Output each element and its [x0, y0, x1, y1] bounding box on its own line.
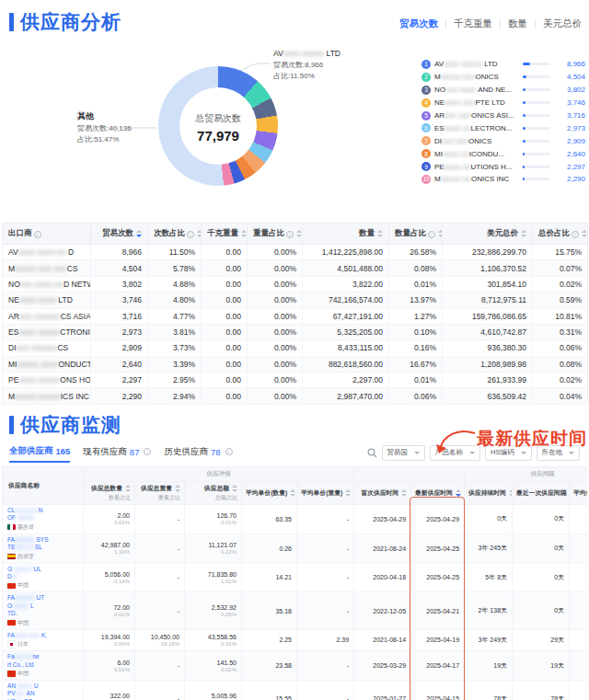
- metric-tab[interactable]: 美元总价: [543, 17, 582, 30]
- exporter-name-link[interactable]: PEeeee eeeeeONS HOS...: [3, 373, 91, 388]
- percent-sub-value: 0.05%: [190, 612, 237, 617]
- cell: 11.50%: [148, 245, 202, 260]
- exporter-row: DIeee eeeeeeCS2,9093.73%0.000.00%8,433,1…: [3, 340, 588, 356]
- column-header[interactable]: 最新供应时间: [411, 481, 465, 504]
- legend-item[interactable]: 4 NEeeee eeePTE LTD 3,746: [422, 97, 585, 109]
- first-supply-cell: 2025-01-27: [354, 681, 411, 700]
- exporter-row: MIeeeee eeeeONDUCT...2,6403.39%0.000.00%…: [3, 356, 588, 372]
- legend-item[interactable]: 7 DIeee eeeONICS 2,909: [422, 134, 585, 147]
- redacted-text: eeee eee: [15, 632, 40, 638]
- column-header[interactable]: 供应总数量数量占比: [84, 481, 135, 504]
- metric-tab[interactable]: 数量: [508, 17, 527, 30]
- column-header[interactable]: 首次供应时间: [354, 481, 411, 504]
- supplier-filter-tab[interactable]: 现有供应商 87i: [83, 445, 151, 463]
- column-header[interactable]: 数量占比i: [389, 224, 443, 245]
- legend-item[interactable]: 8 MIeeee eeICONDU... 2,640: [422, 147, 585, 160]
- column-header[interactable]: 最近一次供应间隔: [513, 481, 570, 504]
- metric-tab[interactable]: 千克重量: [454, 17, 492, 30]
- column-header[interactable]: 次数占比i: [148, 224, 202, 245]
- exporter-name-link[interactable]: ESeeee eeeeeCTRONIC...: [3, 324, 91, 339]
- column-header[interactable]: 千克重量: [202, 224, 248, 245]
- percent-sub-value: 1.51%: [190, 579, 237, 584]
- supplier-name-link[interactable]: ANeeeee UPVeee ANUFee CO: [7, 683, 78, 700]
- last-gap-cell: 19天: [513, 651, 570, 681]
- supplier-tabs: 全部供应商 165 现有供应商 87i 历史供应商 78i: [9, 445, 233, 463]
- column-header[interactable]: 重量占比i: [248, 224, 303, 245]
- metric-tab[interactable]: 贸易次数: [399, 17, 438, 30]
- cell: 2,297: [91, 373, 148, 388]
- filter-dropdown[interactable]: 贸易国: [382, 445, 426, 461]
- avg-price-qty-cell: 15.55: [242, 681, 297, 700]
- supplier-name-cell[interactable]: Geeeeee ULDee 中国: [3, 563, 84, 592]
- supplier-name-link[interactable]: Geeeeee ULDee: [7, 566, 78, 581]
- exporter-name-link[interactable]: NEeeee eeee LTD: [3, 293, 91, 308]
- legend-item[interactable]: 2 Meeeee eeeONICS 4,504: [422, 71, 585, 84]
- column-header[interactable]: 供应持续时间: [465, 481, 513, 504]
- qty-cell: 5,056.000.14%: [84, 563, 135, 592]
- supplier-name-header: 供应商名称: [3, 466, 84, 504]
- legend-item[interactable]: 10 Meeeee eeONICS INC 2,290: [422, 173, 585, 186]
- supplier-name-cell[interactable]: FAeeeeee SYSTEeee ee SL 西班牙: [3, 534, 84, 563]
- supplier-name-link[interactable]: FAeeee eee K,: [7, 632, 78, 639]
- exporter-name-link[interactable]: NOeee eeee eeD NETW...: [3, 276, 91, 292]
- cell: 0.08%: [389, 260, 443, 276]
- exporter-name-link[interactable]: Meeeee eee eeeCS: [3, 260, 91, 276]
- weight-cell: -: [135, 563, 185, 592]
- flag-icon: [7, 583, 16, 590]
- supplier-name-link[interactable]: FAeeeeee SYSTEeee ee SL: [7, 536, 78, 552]
- legend-rank-badge: 3: [422, 86, 431, 95]
- avg-price-qty-cell: 23.58: [242, 651, 297, 681]
- exporter-name-link[interactable]: MIeeeee eeeeONDUCT...: [3, 356, 91, 372]
- column-header[interactable]: 平均供应间隔: [570, 481, 587, 504]
- supplier-country: 日本: [7, 640, 78, 648]
- cell: 0.00: [202, 373, 248, 388]
- legend-supplier-name: DIeee eeeONICS: [434, 137, 519, 145]
- legend-item[interactable]: 9 PEeeee eeUTIONS H... 2,297: [422, 160, 585, 173]
- column-header[interactable]: 美元总价: [443, 224, 533, 245]
- exporter-name-link[interactable]: DIeee eeeeeeCS: [3, 340, 91, 356]
- cell: 0.00: [202, 340, 248, 356]
- column-header[interactable]: 数量: [303, 224, 389, 245]
- supplier-name-cell[interactable]: Faeee eenert Co., Ltd 中国: [3, 651, 84, 681]
- avg-gap-cell: 0天: [570, 592, 587, 629]
- cell: 0.00: [202, 293, 248, 308]
- latest-supply-cell: 2025-04-25: [411, 534, 465, 563]
- column-header[interactable]: 平均单价(数量): [242, 481, 297, 504]
- filter-dropdown[interactable]: 产品名称: [430, 445, 480, 461]
- exporter-name-link[interactable]: AVeeee eeee-ee D: [3, 245, 91, 260]
- search-icon[interactable]: [367, 448, 377, 458]
- supplier-filter-tab[interactable]: 历史供应商 78i: [164, 445, 232, 463]
- cell: 0.31%: [533, 324, 588, 339]
- column-header[interactable]: 供应总重量重量占比: [135, 481, 185, 504]
- column-header[interactable]: 平均单价(重量): [297, 481, 354, 504]
- column-header[interactable]: 贸易次数: [91, 224, 148, 245]
- supplier-name-cell[interactable]: CLeeeeeeeNOF eeeee 墨西哥: [3, 504, 84, 534]
- legend-item[interactable]: 1 AVeeee eeeee LTD 8,966: [422, 58, 585, 71]
- supplier-name-link[interactable]: FAeeeeee UTOeeeee LTD.: [7, 594, 78, 617]
- legend-item[interactable]: 5 AReee eeeONICS ASI... 3,716: [422, 109, 585, 122]
- filter-dropdown[interactable]: 所在地: [537, 445, 581, 461]
- supplier-name-cell[interactable]: FAeeeeee UTOeeeee LTD. 中国: [3, 592, 84, 629]
- chart-legend: 1 AVeeee eeeee LTD 8,966 2 Meeeee eeeONI…: [422, 58, 585, 186]
- last-gap-cell: 0天: [513, 534, 570, 563]
- supplier-name-link[interactable]: Faeee eenert Co., Ltd: [7, 653, 78, 669]
- supplier-name-cell[interactable]: FAeeee eee K, 日本: [3, 629, 84, 650]
- legend-value: 2,290: [554, 175, 585, 183]
- legend-rank-badge: 1: [422, 60, 431, 69]
- column-header[interactable]: 供应总额总额占比: [185, 481, 242, 504]
- legend-item[interactable]: 3 NOeee eeee AND NE... 3,802: [422, 84, 585, 97]
- exporter-name-link[interactable]: AReee eeeeeeCS ASIA S...: [3, 308, 91, 324]
- cell: 0.00%: [248, 308, 303, 324]
- redacted-text: eee ee: [15, 653, 33, 660]
- supplier-name-cell[interactable]: ANeeeee UPVeee ANUFee CO 中国: [3, 681, 84, 700]
- exporter-name-link[interactable]: Meeeee eeeeeICS INC: [3, 388, 91, 404]
- filter-dropdown[interactable]: HS编码: [485, 445, 531, 461]
- column-header[interactable]: 出口商i: [3, 224, 91, 245]
- column-header-row: 供应总数量数量占比供应总重量重量占比供应总额总额占比平均单价(数量)平均单价(重…: [3, 481, 588, 504]
- legend-item[interactable]: 6 ESeeee eeLECTRON... 2,973: [422, 121, 585, 134]
- column-header[interactable]: 总价占比i: [533, 224, 588, 245]
- cell: 0.00: [202, 245, 248, 260]
- supplier-filter-tab[interactable]: 全部供应商 165: [9, 445, 70, 463]
- supplier-name-link[interactable]: CLeeeeeeeNOF eeeee: [7, 507, 78, 522]
- sort-icon: [509, 489, 513, 497]
